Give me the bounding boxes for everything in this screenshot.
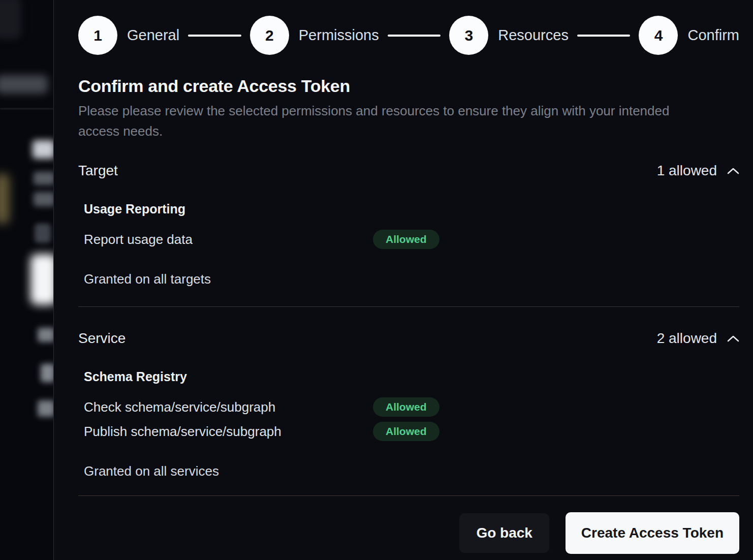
allowed-count: 1 allowed (657, 163, 717, 179)
wizard-stepper: 1 General 2 Permissions 3 Resources 4 Co… (78, 16, 739, 55)
blurred-divider (0, 108, 53, 109)
step-number-circle: 4 (639, 16, 678, 55)
stepper-connector (188, 35, 241, 37)
stepper-step-confirm[interactable]: 4 Confirm (639, 16, 739, 55)
chevron-up-icon (727, 335, 739, 342)
step-number-circle: 1 (78, 16, 117, 55)
section-divider (78, 306, 739, 307)
step-number-circle: 3 (449, 16, 488, 55)
permission-row: Report usage data Allowed (78, 230, 739, 249)
page-title: Confirm and create Access Token (78, 76, 739, 96)
blurred-accent-blob (0, 174, 9, 224)
section-header-target: Target 1 allowed (78, 162, 739, 180)
step-label: Confirm (687, 27, 739, 44)
section-title: Service (78, 330, 125, 347)
section-collapse-toggle[interactable]: 1 allowed (657, 163, 739, 179)
modal-footer: Go back Create Access Token (78, 512, 739, 554)
granted-note: Granted on all services (78, 463, 739, 479)
blurred-text-line (34, 172, 53, 185)
blurred-text-fragment (41, 364, 53, 382)
go-back-button[interactable]: Go back (459, 513, 549, 553)
step-label: Resources (498, 27, 569, 44)
permission-label: Check schema/service/subgraph (84, 399, 373, 415)
step-label: Permissions (299, 27, 379, 44)
create-access-token-modal: 1 General 2 Permissions 3 Resources 4 Co… (53, 0, 753, 560)
stepper-step-general[interactable]: 1 General (78, 16, 179, 55)
permission-label: Report usage data (84, 232, 373, 247)
section-header-service: Service 2 allowed (78, 329, 739, 348)
status-badge: Allowed (373, 422, 440, 441)
status-badge: Allowed (373, 397, 440, 417)
step-label: General (127, 27, 179, 44)
permission-group-name: Usage Reporting (78, 201, 739, 216)
background-sidebar (0, 0, 53, 560)
blurred-heading-text (33, 140, 53, 159)
step-number-circle: 2 (250, 16, 289, 55)
chevron-up-icon (727, 167, 739, 174)
stepper-connector (577, 35, 631, 37)
blurred-text-fragment (38, 328, 53, 342)
allowed-count: 2 allowed (657, 330, 717, 347)
permission-row: Check schema/service/subgraph Allowed (78, 397, 739, 417)
permission-group-name: Schema Registry (78, 369, 739, 384)
blurred-logo (0, 0, 21, 39)
blurred-text-line (34, 192, 53, 206)
create-access-token-button[interactable]: Create Access Token (566, 512, 739, 554)
section-title: Target (78, 163, 118, 179)
stepper-connector (388, 35, 441, 37)
blurred-nav-item (0, 75, 48, 94)
blurred-white-card (30, 254, 53, 305)
status-badge: Allowed (373, 230, 440, 249)
footer-divider (78, 495, 739, 496)
granted-note: Granted on all targets (78, 271, 739, 287)
stepper-step-permissions[interactable]: 2 Permissions (250, 16, 379, 55)
permission-label: Publish schema/service/subgraph (84, 424, 373, 440)
section-collapse-toggle[interactable]: 2 allowed (657, 330, 739, 347)
blurred-icon (35, 224, 51, 243)
permission-row: Publish schema/service/subgraph Allowed (78, 422, 739, 441)
stepper-step-resources[interactable]: 3 Resources (449, 16, 569, 55)
page-description: Please please review the selected permis… (78, 101, 702, 141)
blurred-text-fragment (38, 400, 53, 417)
